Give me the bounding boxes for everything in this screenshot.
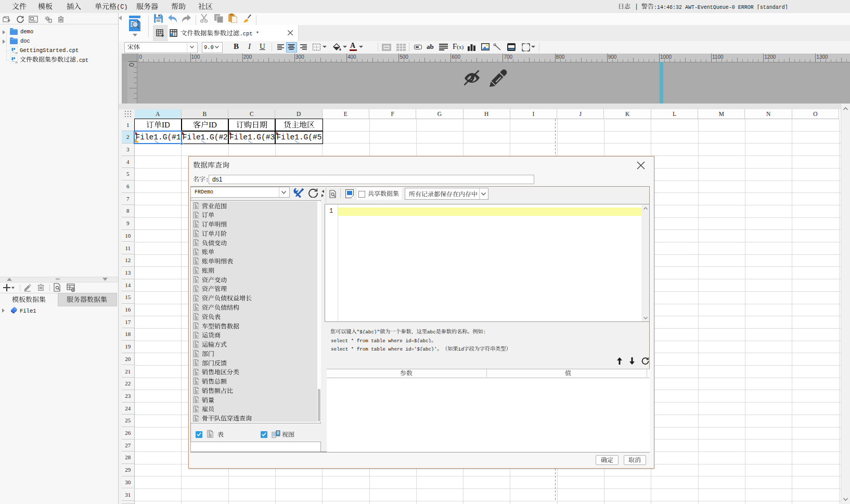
svg-text:id: id	[458, 346, 464, 351]
svg-text::: :	[483, 329, 486, 334]
svg-text:(C): (C)	[117, 4, 128, 10]
svg-text:ID: ID	[209, 121, 217, 128]
svg-text:select * from table where id=': select * from table where id='${abc}'	[331, 346, 437, 351]
svg-text::14:46:32 AWT-EventQueue-0 ERR: :14:46:32 AWT-EventQueue-0 ERROR [standa…	[654, 5, 788, 9]
svg-text:select * from table where id=$: select * from table where id=${abc}	[331, 338, 431, 342]
svg-text:abc: abc	[427, 329, 436, 334]
svg-text:.cpt: .cpt	[76, 58, 88, 62]
svg-text:ID: ID	[162, 121, 170, 128]
svg-text:.cpt *: .cpt *	[239, 31, 259, 36]
svg-text:"${abc}": "${abc}"	[356, 329, 380, 334]
